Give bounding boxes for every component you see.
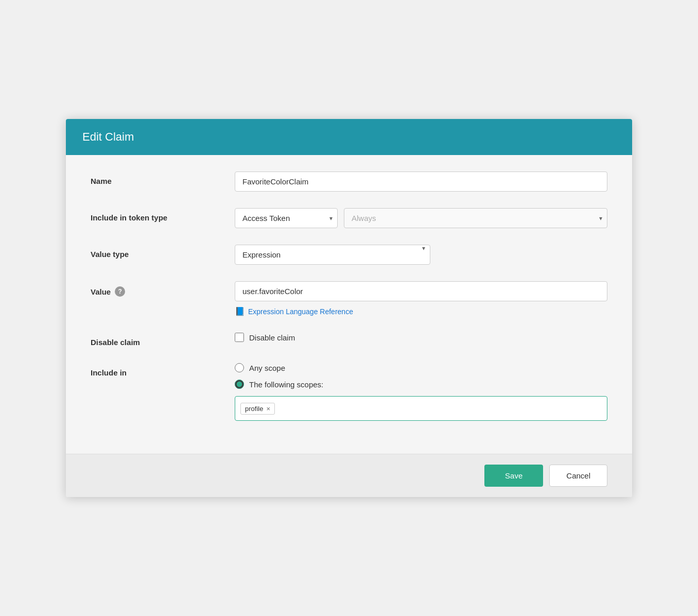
value-input[interactable] bbox=[235, 281, 607, 301]
following-scopes-radio-row: The following scopes: bbox=[235, 380, 607, 389]
book-icon: 📘 bbox=[235, 306, 245, 316]
expression-language-link[interactable]: 📘 Expression Language Reference bbox=[235, 306, 353, 316]
scope-tag-profile: profile × bbox=[240, 403, 275, 415]
token-condition-wrapper: Always When requested ▾ bbox=[344, 208, 607, 228]
name-row: Name bbox=[91, 172, 607, 192]
include-in-radio-group: Any scope The following scopes: bbox=[235, 363, 607, 389]
value-label: Value ? bbox=[91, 281, 235, 297]
edit-claim-dialog: Edit Claim Name Include in token type Ac… bbox=[66, 119, 632, 497]
any-scope-label: Any scope bbox=[249, 364, 285, 372]
value-type-select[interactable]: Expression Claim Role Constant Script bbox=[235, 245, 430, 265]
name-input[interactable] bbox=[235, 172, 607, 192]
value-type-control: Expression Claim Role Constant Script ▾ bbox=[235, 245, 607, 265]
following-scopes-label: The following scopes: bbox=[249, 380, 323, 389]
following-scopes-radio[interactable] bbox=[235, 380, 244, 389]
token-condition-select[interactable]: Always When requested bbox=[344, 208, 607, 228]
include-in-label: Include in bbox=[91, 363, 235, 377]
include-in-row: Include in Any scope The following scope… bbox=[91, 363, 607, 421]
dialog-title: Edit Claim bbox=[82, 130, 616, 144]
include-in-control: Any scope The following scopes: profile … bbox=[235, 363, 607, 421]
disable-claim-checkbox[interactable] bbox=[235, 333, 244, 342]
value-row: Value ? 📘 Expression Language Reference bbox=[91, 281, 607, 316]
disable-claim-control: Disable claim bbox=[235, 333, 607, 342]
dialog-header: Edit Claim bbox=[66, 119, 632, 155]
scope-tag-profile-remove[interactable]: × bbox=[266, 405, 270, 412]
any-scope-radio-row: Any scope bbox=[235, 363, 607, 372]
scope-tag-profile-label: profile bbox=[245, 405, 263, 413]
token-type-select-row: Access Token ID Token Access Token (JWT)… bbox=[235, 208, 607, 228]
name-label: Name bbox=[91, 172, 235, 185]
token-type-control: Access Token ID Token Access Token (JWT)… bbox=[235, 208, 607, 228]
disable-claim-label: Disable claim bbox=[91, 333, 235, 347]
dialog-body: Name Include in token type Access Token … bbox=[66, 155, 632, 454]
disable-claim-row: Disable claim Disable claim bbox=[91, 333, 607, 347]
token-type-label: Include in token type bbox=[91, 208, 235, 222]
save-button[interactable]: Save bbox=[484, 465, 543, 487]
value-type-row: Value type Expression Claim Role Constan… bbox=[91, 245, 607, 265]
any-scope-radio[interactable] bbox=[235, 363, 244, 372]
value-type-wrapper: Expression Claim Role Constant Script ▾ bbox=[235, 245, 430, 265]
dialog-footer: Save Cancel bbox=[66, 454, 632, 497]
value-type-label: Value type bbox=[91, 245, 235, 259]
scopes-input[interactable]: profile × bbox=[235, 396, 607, 421]
token-type-select[interactable]: Access Token ID Token Access Token (JWT) bbox=[235, 208, 338, 228]
disable-claim-field-label: Disable claim bbox=[249, 333, 295, 342]
cancel-button[interactable]: Cancel bbox=[549, 465, 607, 487]
value-control: 📘 Expression Language Reference bbox=[235, 281, 607, 316]
value-help-icon[interactable]: ? bbox=[115, 286, 125, 297]
name-control bbox=[235, 172, 607, 192]
token-type-wrapper: Access Token ID Token Access Token (JWT)… bbox=[235, 208, 338, 228]
disable-claim-checkbox-row: Disable claim bbox=[235, 333, 607, 342]
token-type-row: Include in token type Access Token ID To… bbox=[91, 208, 607, 228]
